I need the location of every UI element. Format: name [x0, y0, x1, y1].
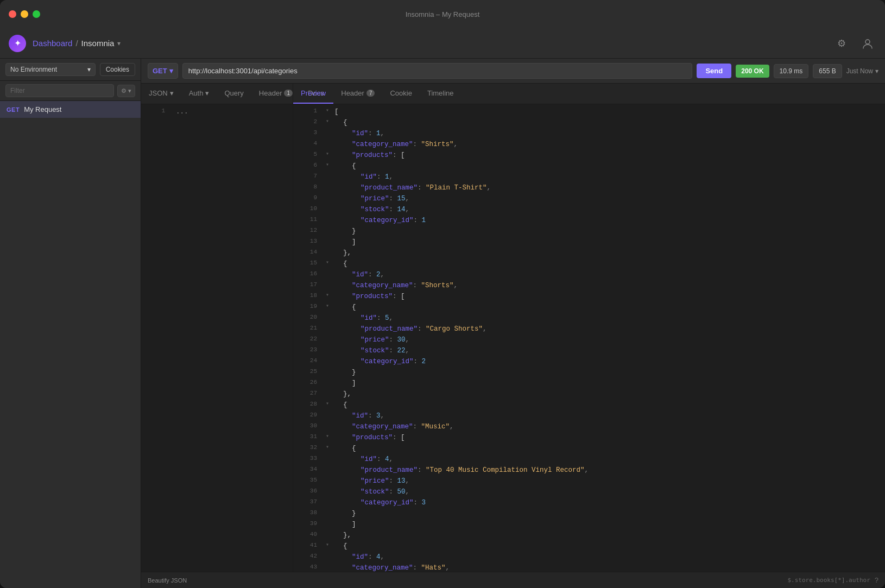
- json-line-19: 19▾ {: [293, 302, 885, 313]
- tab-preview[interactable]: Preview: [293, 84, 333, 104]
- sidebar-toolbar: No Environment ▾ Cookies: [0, 59, 141, 81]
- close-button[interactable]: [9, 10, 16, 18]
- json-line-9: 9 "price": 15,: [293, 193, 885, 204]
- environment-selector[interactable]: No Environment ▾: [5, 63, 96, 76]
- json-line-10: 10 "stock": 14,: [293, 204, 885, 215]
- json-line-22: 22 "price": 30,: [293, 334, 885, 345]
- tab-query[interactable]: Query: [217, 84, 251, 104]
- timestamp-selector[interactable]: Just Now ▾: [846, 67, 878, 75]
- response-content[interactable]: 1▾[2▾ {3 "id": 1,4 "category_name": "Shi…: [293, 104, 885, 572]
- json-line-31: 31▾"products": [: [293, 432, 885, 443]
- app-window: Insomnia – My Request ✦ Dashboard / Inso…: [0, 0, 885, 588]
- request-panel: GET ▾ Send 200 OK 10.9 ms 655 B Just Now…: [141, 59, 885, 588]
- status-badge: 200 OK: [736, 65, 769, 78]
- json-line-6: 6▾ {: [293, 161, 885, 172]
- beautify-button[interactable]: Beautify JSON: [148, 577, 187, 584]
- json-line-13: 13 ]: [293, 237, 885, 248]
- json-line-27: 27 },: [293, 389, 885, 400]
- traffic-lights: [9, 10, 40, 18]
- request-body-panel: 1 ...: [141, 104, 293, 572]
- send-button[interactable]: Send: [697, 64, 731, 78]
- json-line-25: 25 }: [293, 367, 885, 378]
- json-line-43: 43 "category_name": "Hats",: [293, 562, 885, 572]
- json-line-8: 8 "product_name": "Plain T-Shirt",: [293, 182, 885, 193]
- json-line-2: 2▾ {: [293, 117, 885, 128]
- json-line-12: 12 }: [293, 226, 885, 237]
- bottom-bar: Beautify JSON $.store.books[*].author ?: [141, 572, 885, 588]
- json-line-20: 20 "id": 5,: [293, 313, 885, 324]
- filter-settings-button[interactable]: ⚙ ▾: [117, 85, 135, 97]
- tab-cookie[interactable]: Cookie: [382, 84, 419, 104]
- sidebar-filter-bar: ⚙ ▾: [0, 81, 141, 101]
- minimize-button[interactable]: [21, 10, 28, 18]
- json-line-24: 24 "category_id": 2: [293, 356, 885, 367]
- cookies-button[interactable]: Cookies: [100, 63, 135, 76]
- breadcrumb-chevron-icon[interactable]: ▾: [117, 40, 121, 47]
- json-line-36: 36 "stock": 50,: [293, 486, 885, 497]
- sidebar: No Environment ▾ Cookies ⚙ ▾ GET My Requ…: [0, 59, 141, 588]
- tab-response-header[interactable]: Header 7: [333, 84, 382, 104]
- app-logo: ✦: [9, 35, 26, 52]
- breadcrumb-dashboard[interactable]: Dashboard: [33, 39, 72, 48]
- response-panel: 1▾[2▾ {3 "id": 1,4 "category_name": "Shi…: [293, 104, 885, 572]
- header-icons: ⚙: [833, 35, 876, 52]
- json-line-29: 29 "id": 3,: [293, 410, 885, 421]
- json-line-28: 28▾{: [293, 400, 885, 410]
- method-selector[interactable]: GET ▾: [148, 63, 178, 79]
- method-badge: GET: [7, 106, 20, 113]
- json-line-3: 3 "id": 1,: [293, 128, 885, 139]
- json-line-30: 30 "category_name": "Music",: [293, 421, 885, 432]
- help-icon[interactable]: ?: [875, 576, 878, 584]
- response-size: 655 B: [813, 64, 842, 78]
- json-line-1: 1▾[: [293, 106, 885, 117]
- breadcrumb-separator: /: [75, 39, 78, 48]
- json-line-38: 38 }: [293, 508, 885, 519]
- json-line-32: 32▾ {: [293, 443, 885, 454]
- req-body-line-1: 1 ...: [141, 106, 293, 117]
- json-line-23: 23 "stock": 22,: [293, 345, 885, 356]
- json-line-11: 11 "category_id": 1: [293, 215, 885, 226]
- json-line-5: 5▾"products": [: [293, 150, 885, 161]
- json-line-21: 21 "product_name": "Cargo Shorts",: [293, 324, 885, 334]
- json-line-16: 16 "id": 2,: [293, 269, 885, 280]
- breadcrumb: Dashboard / Insomnia ▾: [33, 39, 121, 48]
- json-line-18: 18▾"products": [: [293, 291, 885, 302]
- json-line-42: 42 "id": 4,: [293, 552, 885, 562]
- response-time: 10.9 ms: [774, 64, 809, 78]
- tab-auth[interactable]: Auth ▾: [181, 84, 217, 104]
- json-line-35: 35 "price": 13,: [293, 476, 885, 486]
- json-line-39: 39 ]: [293, 519, 885, 530]
- json-line-33: 33 "id": 4,: [293, 454, 885, 465]
- json-line-37: 37 "category_id": 3: [293, 497, 885, 508]
- filter-input[interactable]: [5, 84, 114, 97]
- json-line-14: 14 },: [293, 248, 885, 258]
- request-name: My Request: [24, 105, 61, 113]
- window-title: Insomnia – My Request: [406, 10, 480, 18]
- url-input[interactable]: [182, 63, 693, 79]
- json-line-26: 26 ]: [293, 378, 885, 389]
- json-line-40: 40 },: [293, 530, 885, 541]
- json-line-17: 17 "category_name": "Shorts",: [293, 280, 885, 291]
- json-line-7: 7 "id": 1,: [293, 172, 885, 182]
- tabs-container: JSON ▾ Auth ▾ Query Header 1 Docs: [141, 84, 885, 104]
- json-line-34: 34 "product_name": "Top 40 Music Compila…: [293, 465, 885, 476]
- title-bar: Insomnia – My Request: [0, 0, 885, 28]
- panels-split: 1 ... 1▾[2▾ {3 "id": 1,4 "category_name"…: [141, 104, 885, 572]
- svg-point-0: [865, 40, 870, 44]
- main-area: No Environment ▾ Cookies ⚙ ▾ GET My Requ…: [0, 59, 885, 588]
- maximize-button[interactable]: [33, 10, 40, 18]
- json-line-41: 41▾{: [293, 541, 885, 552]
- header-bar: ✦ Dashboard / Insomnia ▾ ⚙: [0, 28, 885, 59]
- settings-button[interactable]: ⚙: [833, 35, 850, 52]
- breadcrumb-workspace[interactable]: Insomnia: [81, 39, 115, 48]
- request-item-my-request[interactable]: GET My Request: [0, 101, 141, 118]
- json-viewer: 1▾[2▾ {3 "id": 1,4 "category_name": "Shi…: [293, 104, 885, 572]
- jq-filter-input[interactable]: $.store.books[*].author: [787, 577, 870, 584]
- tab-json[interactable]: JSON ▾: [141, 84, 181, 104]
- json-line-15: 15▾{: [293, 258, 885, 269]
- user-profile-button[interactable]: [859, 35, 876, 52]
- tab-timeline[interactable]: Timeline: [420, 84, 462, 104]
- url-bar: GET ▾ Send 200 OK 10.9 ms 655 B Just Now…: [141, 59, 885, 84]
- json-line-4: 4 "category_name": "Shirts",: [293, 139, 885, 150]
